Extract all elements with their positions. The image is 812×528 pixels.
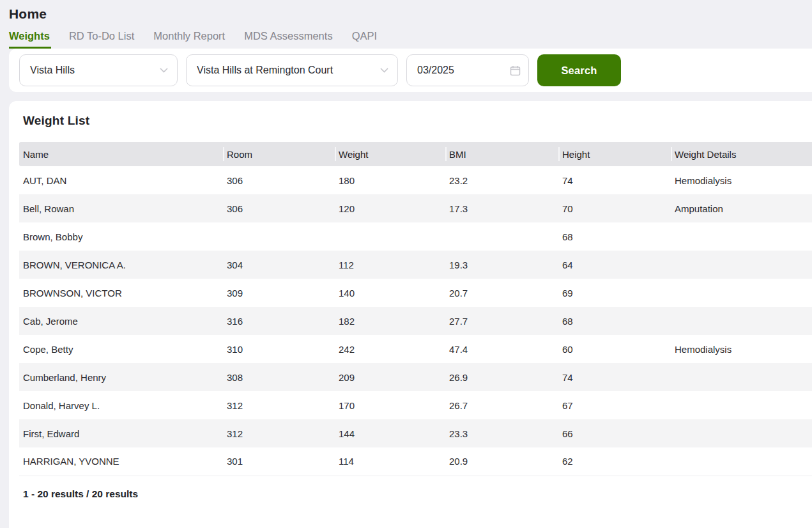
cell-details	[671, 307, 812, 335]
cell-room: 312	[223, 419, 335, 447]
table-row[interactable]: HARRIGAN, YVONNE30111420.962	[19, 447, 812, 476]
cell-weight: 140	[335, 279, 445, 307]
cell-bmi: 23.2	[445, 166, 558, 194]
facility-select-value: Vista Hills at Remington Court	[197, 65, 333, 76]
month-picker[interactable]	[406, 54, 529, 86]
table-row[interactable]: First, Edward31214423.366	[19, 419, 812, 447]
cell-weight: 180	[335, 166, 445, 194]
page-header: Home WeightsRD To-Do ListMonthly ReportM…	[0, 0, 812, 49]
cell-name: Cope, Betty	[19, 335, 223, 363]
organization-select-value: Vista Hills	[30, 65, 75, 76]
search-button[interactable]: Search	[537, 54, 621, 86]
tab-bar: WeightsRD To-Do ListMonthly ReportMDS As…	[9, 30, 803, 49]
tab-rd-to-do-list[interactable]: RD To-Do List	[69, 30, 135, 49]
table-row[interactable]: Cab, Jerome31618227.768	[19, 307, 812, 335]
tab-weights[interactable]: Weights	[9, 30, 51, 49]
cell-name: Donald, Harvey L.	[19, 391, 223, 419]
cell-bmi: 47.4	[445, 335, 558, 363]
chevron-down-icon	[380, 68, 388, 73]
cell-weight: 114	[335, 447, 445, 476]
column-header-room: Room	[223, 142, 335, 166]
cell-weight: 144	[335, 419, 445, 447]
cell-details	[671, 419, 812, 447]
cell-details	[671, 391, 812, 419]
weight-list-title: Weight List	[23, 114, 812, 128]
cell-name: Bell, Rowan	[19, 194, 223, 222]
cell-name: Cab, Jerome	[19, 307, 223, 335]
cell-weight: 242	[335, 335, 445, 363]
table-row[interactable]: Brown, Bobby68	[19, 222, 812, 251]
cell-details: Amputation	[671, 194, 812, 222]
cell-height: 64	[558, 251, 671, 279]
tab-mds-assessments[interactable]: MDS Assessments	[244, 30, 333, 49]
cell-bmi	[445, 222, 558, 251]
table-row[interactable]: Cope, Betty31024247.460Hemodialysis	[19, 335, 812, 363]
filter-bar: Vista Hills Vista Hills at Remington Cou…	[9, 49, 812, 92]
cell-bmi: 20.9	[445, 447, 558, 476]
table-row[interactable]: Cumberland, Henry30820926.974	[19, 363, 812, 391]
month-input[interactable]	[417, 65, 494, 76]
cell-room: 309	[223, 279, 335, 307]
cell-room: 306	[223, 166, 335, 194]
cell-details	[671, 447, 812, 476]
cell-height: 74	[558, 363, 671, 391]
cell-name: First, Edward	[19, 419, 223, 447]
chevron-down-icon	[160, 68, 168, 73]
cell-height: 66	[558, 419, 671, 447]
weight-table: NameRoomWeightBMIHeightWeight Details AU…	[19, 142, 812, 476]
facility-select[interactable]: Vista Hills at Remington Court	[186, 54, 398, 86]
cell-details	[671, 222, 812, 251]
cell-weight: 182	[335, 307, 445, 335]
weight-table-header: NameRoomWeightBMIHeightWeight Details	[19, 142, 812, 166]
cell-weight: 170	[335, 391, 445, 419]
cell-name: Brown, Bobby	[19, 222, 223, 251]
cell-bmi: 17.3	[445, 194, 558, 222]
cell-name: HARRIGAN, YVONNE	[19, 447, 223, 476]
column-header-weight: Weight	[335, 142, 445, 166]
column-header-details: Weight Details	[671, 142, 812, 166]
cell-room: 310	[223, 335, 335, 363]
cell-room	[223, 222, 335, 251]
cell-height: 62	[558, 447, 671, 476]
table-row[interactable]: Donald, Harvey L.31217026.767	[19, 391, 812, 419]
table-row[interactable]: BROWN, VERONICA A.30411219.364	[19, 251, 812, 279]
cell-height: 69	[558, 279, 671, 307]
cell-bmi: 26.9	[445, 363, 558, 391]
table-row[interactable]: AUT, DAN30618023.274Hemodialysis	[19, 166, 812, 194]
cell-weight: 120	[335, 194, 445, 222]
cell-height: 70	[558, 194, 671, 222]
cell-details	[671, 363, 812, 391]
cell-bmi: 27.7	[445, 307, 558, 335]
weight-list-card: Weight List NameRoomWeightBMIHeightWeigh…	[9, 101, 812, 528]
cell-name: BROWNSON, VICTOR	[19, 279, 223, 307]
cell-height: 68	[558, 222, 671, 251]
cell-details	[671, 251, 812, 279]
table-row[interactable]: BROWNSON, VICTOR30914020.769	[19, 279, 812, 307]
results-summary: 1 - 20 results / 20 results	[23, 488, 812, 500]
cell-room: 312	[223, 391, 335, 419]
tab-qapi[interactable]: QAPI	[352, 30, 378, 49]
cell-weight: 112	[335, 251, 445, 279]
organization-select[interactable]: Vista Hills	[19, 54, 178, 86]
cell-height: 60	[558, 335, 671, 363]
cell-bmi: 23.3	[445, 419, 558, 447]
cell-details	[671, 279, 812, 307]
cell-room: 306	[223, 194, 335, 222]
cell-bmi: 20.7	[445, 279, 558, 307]
cell-room: 308	[223, 363, 335, 391]
cell-room: 316	[223, 307, 335, 335]
cell-room: 304	[223, 251, 335, 279]
column-header-name: Name	[19, 142, 223, 166]
cell-details: Hemodialysis	[671, 335, 812, 363]
cell-name: AUT, DAN	[19, 166, 223, 194]
cell-height: 67	[558, 391, 671, 419]
table-row[interactable]: Bell, Rowan30612017.370Amputation	[19, 194, 812, 222]
cell-room: 301	[223, 447, 335, 476]
tab-monthly-report[interactable]: Monthly Report	[153, 30, 226, 49]
cell-bmi: 26.7	[445, 391, 558, 419]
cell-name: Cumberland, Henry	[19, 363, 223, 391]
cell-name: BROWN, VERONICA A.	[19, 251, 223, 279]
page-title: Home	[9, 6, 803, 22]
cell-weight	[335, 222, 445, 251]
column-header-bmi: BMI	[445, 142, 558, 166]
